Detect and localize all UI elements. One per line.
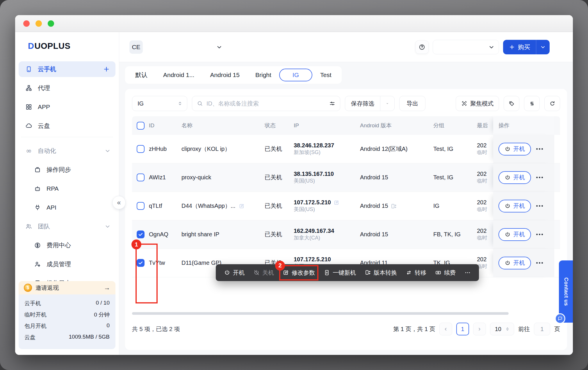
- page-info: 第 1 页，共 1 页: [393, 325, 435, 333]
- last-clip: 202临时: [477, 227, 489, 241]
- page-size-select[interactable]: 10: [490, 323, 514, 335]
- sidebar-collapse-button[interactable]: «: [112, 196, 126, 209]
- prev-page-button[interactable]: ‹: [439, 323, 452, 335]
- tab-android-15[interactable]: Android 15: [202, 66, 247, 84]
- bulk-power-on-button[interactable]: 开机: [224, 269, 245, 277]
- row-checkbox[interactable]: [137, 259, 145, 267]
- tab-bright[interactable]: Bright: [247, 66, 279, 84]
- row-checkbox-cell: [132, 230, 149, 238]
- invite-cashback-banner[interactable]: $ 邀请返现 →: [19, 281, 115, 294]
- horizontal-scrollbar[interactable]: [132, 312, 560, 315]
- sidebar-item-proxy[interactable]: 代理: [19, 80, 115, 96]
- sidebar-item-automation[interactable]: ∞自动化: [19, 143, 115, 159]
- ip-region: 美国(US): [294, 206, 360, 213]
- row-checkbox[interactable]: [137, 174, 145, 181]
- workspace-select[interactable]: CE: [129, 40, 222, 54]
- power-on-button[interactable]: 开机: [498, 228, 531, 241]
- row-checkbox[interactable]: [137, 202, 145, 210]
- select-all-checkbox[interactable]: [137, 122, 145, 130]
- group-filter-select[interactable]: IG: [132, 96, 187, 111]
- power-on-button[interactable]: 开机: [498, 143, 531, 155]
- account-select[interactable]: [433, 40, 499, 54]
- sidebar-item-team[interactable]: 团队: [19, 219, 115, 234]
- power-on-button[interactable]: 开机: [498, 257, 531, 269]
- row-more-button[interactable]: [536, 146, 544, 151]
- row-more-button[interactable]: [536, 203, 544, 208]
- tab-android-1[interactable]: Android 1...: [155, 66, 202, 84]
- bulk-more-button[interactable]: [464, 269, 471, 276]
- maximize-window-button[interactable]: [48, 20, 54, 27]
- help-button[interactable]: [415, 40, 429, 54]
- save-filter-caret[interactable]: [380, 96, 394, 111]
- bulk-transfer-button[interactable]: 转移: [406, 269, 426, 277]
- power-on-button[interactable]: 开机: [498, 200, 531, 212]
- screen-frame: DUOPLUS 云手机代理APP云盘∞自动化操作同步RPAAPI团队费用中心成员…: [0, 0, 588, 370]
- export-button[interactable]: 导出: [399, 96, 425, 111]
- edit-ip-icon[interactable]: [333, 199, 340, 206]
- sidebar-item-api[interactable]: API: [19, 200, 115, 215]
- next-page-button[interactable]: ›: [473, 323, 486, 335]
- save-filter-button[interactable]: 保存筛选: [345, 96, 395, 111]
- bulk-item-label: 续费: [444, 269, 456, 277]
- sidebar-item-cloud-disk[interactable]: 云盘: [19, 118, 115, 134]
- version-convert-icon[interactable]: [391, 203, 396, 209]
- row-more-button[interactable]: [536, 175, 544, 180]
- row-checkbox[interactable]: [137, 145, 145, 153]
- tab-test[interactable]: Test: [312, 66, 339, 84]
- editparam-icon: [283, 269, 289, 276]
- column-settings-button[interactable]: [524, 96, 540, 111]
- add-cloud-phone-button[interactable]: [102, 65, 111, 74]
- device-list-card: IG ID、名称或备注搜索 保存筛选: [125, 89, 567, 350]
- last-top: 202: [477, 256, 489, 263]
- grid-icon: [25, 103, 33, 111]
- sidebar-item-members[interactable]: 成员管理: [19, 256, 115, 272]
- usage-stat-row: 包月开机0: [24, 322, 110, 330]
- minimize-window-button[interactable]: [35, 20, 42, 27]
- focus-mode-button[interactable]: 聚焦模式: [456, 96, 499, 111]
- current-page-button[interactable]: 1: [456, 323, 469, 335]
- chevron-down-icon: [104, 223, 111, 230]
- sidebar-bottom: $ 邀请返现 → 云手机0 / 10临时开机0 分钟包月开机0云盘1009.5M…: [19, 281, 115, 349]
- cell-id: OgnAQ: [149, 231, 181, 238]
- sidebar-item-billing[interactable]: 费用中心: [19, 237, 115, 253]
- sidebar-item-cloud-phone[interactable]: 云手机: [19, 61, 115, 77]
- sidebar-item-op-sync[interactable]: 操作同步: [19, 162, 115, 178]
- device-name: proxy-quick: [181, 174, 211, 181]
- bulk-one-key-new-button[interactable]: 一键新机: [324, 269, 356, 277]
- power-on-button[interactable]: 开机: [498, 171, 531, 184]
- transfer-icon: [406, 269, 412, 276]
- tab-default[interactable]: 默认: [127, 66, 155, 84]
- buy-button[interactable]: 购买: [503, 40, 550, 54]
- row-more-button[interactable]: [536, 260, 544, 265]
- bulk-modify-params-button[interactable]: 修改参数2: [283, 269, 315, 277]
- sidebar-item-label: 代理: [38, 84, 111, 92]
- bulk-renew-button[interactable]: 续费: [435, 269, 456, 277]
- cell-status: 已关机: [265, 202, 294, 210]
- sidebar-item-rpa[interactable]: RPA: [19, 181, 115, 196]
- row-more-button[interactable]: [536, 232, 544, 237]
- refresh-button[interactable]: [544, 96, 560, 111]
- cell-ip: 162.249.167.34加拿大(CA): [294, 227, 360, 241]
- goto-page-input[interactable]: 1: [534, 323, 550, 335]
- last-clip: 202临时: [477, 199, 489, 213]
- cell-android: Android 15: [360, 231, 433, 238]
- bulk-version-convert-button[interactable]: 版本转换: [365, 269, 397, 277]
- scrollbar-thumb[interactable]: [132, 312, 509, 315]
- logo-d: D: [28, 41, 34, 51]
- ip-address: 107.172.5.210: [294, 199, 360, 206]
- search-input[interactable]: ID、名称或备注搜索: [192, 96, 340, 111]
- ip-region: 美国(US): [294, 178, 360, 184]
- buy-dropdown-caret[interactable]: [536, 40, 550, 54]
- cell-android: Android 15: [360, 203, 433, 209]
- last-sub: 临时: [477, 235, 489, 241]
- row-checkbox[interactable]: [137, 230, 145, 238]
- tab-ig[interactable]: IG: [279, 69, 312, 81]
- contact-us-tab[interactable]: Contact us: [559, 260, 573, 323]
- android-version: Android 15: [360, 231, 388, 238]
- close-window-button[interactable]: [23, 20, 30, 27]
- chat-bubble-icon[interactable]: [555, 313, 565, 324]
- sidebar-item-app[interactable]: APP: [19, 99, 115, 115]
- chevron-down-icon: [488, 44, 495, 50]
- advanced-filter-icon[interactable]: [329, 101, 335, 107]
- tag-button[interactable]: [504, 96, 519, 111]
